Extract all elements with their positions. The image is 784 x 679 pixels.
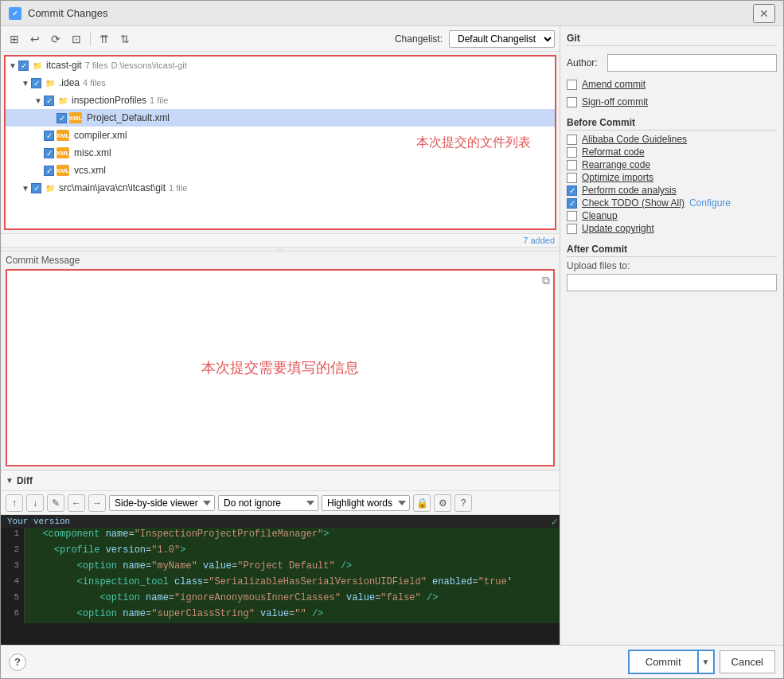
copy-icon[interactable]: ⧉	[542, 274, 550, 287]
commit-dropdown-button[interactable]: ▼	[697, 650, 715, 674]
cleanup-checkbox[interactable]	[567, 211, 577, 221]
sort-button[interactable]: ⇅	[116, 30, 134, 48]
help-diff-button[interactable]: ?	[454, 494, 472, 512]
tree-checkbox[interactable]: ✓	[44, 166, 54, 176]
commit-message-section: Commit Message 本次提交需要填写的信息 ⧉	[1, 252, 560, 470]
next-change-button[interactable]: →	[88, 494, 106, 512]
toolbar: ⊞ ↩ ⟳ ⊡ ⇈ ⇅ Changelist: Default Changeli…	[1, 26, 560, 52]
tree-checkbox[interactable]: ✓	[44, 96, 54, 106]
upload-label: Upload files to:	[567, 260, 630, 271]
signoff-commit-checkbox[interactable]	[567, 97, 577, 107]
undo-button[interactable]: ↩	[26, 30, 44, 48]
collapse-diff-arrow[interactable]: ▼	[6, 476, 14, 485]
cleanup-label[interactable]: Cleanup	[582, 210, 618, 221]
folder-icon: 📁	[44, 181, 57, 194]
file-tree: ▼ ✓ 📁 itcast-git 7 files D:\lessons\itca…	[4, 55, 556, 230]
commit-message-area[interactable]: 本次提交需要填写的信息 ⧉	[6, 269, 555, 466]
tree-item-idea[interactable]: ▼ ✓ 📁 .idea 4 files	[6, 74, 555, 92]
rearrange-checkbox[interactable]	[567, 160, 577, 170]
commit-button-group: Commit ▼	[628, 650, 715, 674]
tree-item-inspection[interactable]: ▼ ✓ 📁 inspectionProfiles 1 file	[6, 92, 555, 109]
before-commit-title: Before Commit	[567, 117, 777, 131]
alibaba-checkbox[interactable]	[567, 135, 577, 145]
diff-subtitle: Your version	[1, 515, 560, 528]
rearrange-label[interactable]: Rearrange code	[582, 159, 650, 170]
commit-button[interactable]: Commit	[628, 650, 697, 674]
bottom-bar: ? Commit ▼ Cancel	[1, 645, 783, 678]
line-number-5: 5	[1, 591, 25, 607]
perform-checkbox[interactable]: ✓	[567, 185, 577, 196]
tree-item-src[interactable]: ▼ ✓ 📁 src\main\java\cn\itcast\git 1 file	[6, 179, 555, 197]
author-input[interactable]	[607, 54, 777, 72]
diff-check-icon: ✓	[552, 515, 558, 529]
alibaba-label[interactable]: Alibaba Code Guidelines	[582, 134, 687, 145]
main-content: ⊞ ↩ ⟳ ⊡ ⇈ ⇅ Changelist: Default Changeli…	[1, 26, 783, 645]
collapse-all-button[interactable]: ⇈	[96, 30, 113, 48]
ignore-select[interactable]: Do not ignore Ignore whitespace	[218, 495, 318, 511]
amend-commit-label[interactable]: Amend commit	[582, 79, 646, 90]
author-label: Author:	[567, 57, 603, 68]
amend-commit-checkbox[interactable]	[567, 80, 577, 90]
optimize-checkbox[interactable]	[567, 173, 577, 183]
changelist-select[interactable]: Default Changelist	[449, 30, 555, 48]
tree-label: misc.xml	[74, 147, 111, 158]
scroll-up-button[interactable]: ↑	[6, 494, 23, 512]
checktodo-checkbox[interactable]: ✓	[567, 198, 577, 209]
prev-change-button[interactable]: ←	[68, 494, 85, 512]
configure-link[interactable]: Configure	[689, 197, 731, 209]
expand-all-button[interactable]: ⊞	[6, 30, 23, 48]
close-button[interactable]: ✕	[753, 4, 775, 23]
folder-icon: 📁	[44, 76, 57, 89]
cancel-button[interactable]: Cancel	[720, 650, 775, 673]
tree-checkbox[interactable]: ✓	[44, 148, 54, 158]
upload-input[interactable]	[567, 274, 777, 291]
scroll-down-button[interactable]: ↓	[26, 494, 44, 512]
right-panel: Git Author: Amend commit Sign-off commit…	[560, 26, 783, 645]
settings-button[interactable]: ⚙	[434, 494, 451, 512]
move-button[interactable]: ⊡	[68, 30, 85, 48]
tree-item-compiler[interactable]: ✓ XML compiler.xml	[6, 127, 555, 144]
tree-arrow: ▼	[9, 61, 17, 70]
line-number-1: 1	[1, 528, 25, 544]
signoff-commit-label[interactable]: Sign-off commit	[582, 96, 648, 107]
tree-item-project-default[interactable]: ✓ XML Project_Default.xml	[6, 109, 555, 127]
signoff-commit-row: Sign-off commit	[567, 96, 777, 107]
tree-meta: 7 files	[85, 60, 108, 70]
reformat-checkbox[interactable]	[567, 147, 577, 158]
tree-item-root[interactable]: ▼ ✓ 📁 itcast-git 7 files D:\lessons\itca…	[6, 57, 555, 74]
toolbar-separator	[90, 32, 91, 46]
reformat-label[interactable]: Reformat code	[582, 146, 645, 158]
copyright-label[interactable]: Update copyright	[582, 223, 654, 234]
diff-title: Diff	[17, 475, 33, 486]
tree-label: src\main\java\cn\itcast\git	[59, 182, 166, 193]
commit-message-label: Commit Message	[1, 252, 560, 267]
line-number-6: 6	[1, 607, 25, 623]
highlight-select[interactable]: Highlight words Highlight lines No highl…	[322, 495, 410, 511]
optimize-label[interactable]: Optimize imports	[582, 172, 653, 183]
tree-checkbox[interactable]: ✓	[31, 183, 41, 193]
perform-label[interactable]: Perform code analysis	[582, 185, 677, 196]
tree-meta: 4 files	[83, 78, 106, 88]
edit-button[interactable]: ✎	[47, 494, 64, 512]
tree-arrow: ▼	[21, 184, 29, 193]
help-button[interactable]: ?	[9, 654, 26, 671]
diff-line-2: 2 <profile version="1.0">	[1, 544, 560, 560]
tree-checkbox[interactable]: ✓	[44, 131, 54, 141]
tree-checkbox[interactable]: ✓	[57, 113, 67, 123]
after-commit-section: After Commit Upload files to:	[567, 244, 777, 291]
refresh-button[interactable]: ⟳	[47, 30, 64, 48]
copyright-checkbox[interactable]	[567, 224, 577, 234]
before-commit-section: Before Commit Alibaba Code Guidelines Re…	[567, 117, 777, 236]
tree-item-vcs[interactable]: ✓ XML vcs.xml	[6, 162, 555, 179]
tree-label: compiler.xml	[74, 130, 127, 141]
lock-button[interactable]: 🔒	[413, 494, 431, 512]
tree-checkbox[interactable]: ✓	[18, 60, 29, 71]
tree-arrow: ▼	[21, 79, 29, 88]
line-content-1: <component name="InspectionProjectProfil…	[25, 528, 560, 544]
tree-checkbox[interactable]: ✓	[31, 78, 41, 88]
tree-item-misc[interactable]: ✓ XML misc.xml	[6, 144, 555, 162]
xml-icon: XML	[57, 147, 69, 158]
viewer-select[interactable]: Side-by-side viewer Unified viewer	[109, 495, 215, 511]
commit-changes-window: ✓ Commit Changes ✕ ⊞ ↩ ⟳ ⊡ ⇈ ⇅ Changelis…	[0, 0, 784, 679]
checktodo-label[interactable]: Check TODO (Show All)	[582, 197, 685, 209]
